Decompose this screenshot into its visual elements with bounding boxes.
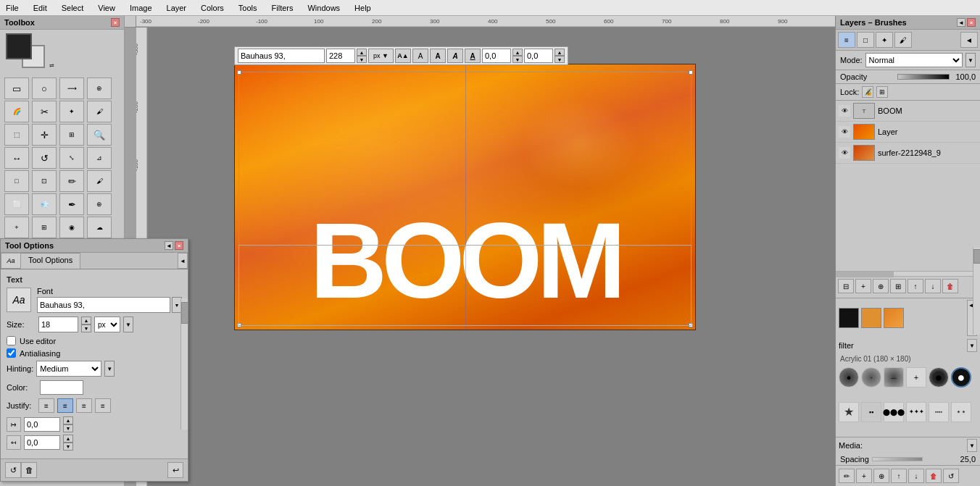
heal-tool[interactable]: + [4, 217, 29, 238]
tool-options-scrollbar[interactable] [180, 298, 188, 430]
menu-windows[interactable]: Windows [304, 2, 343, 14]
brush-color-2[interactable] [861, 308, 881, 328]
indent-value-1[interactable] [24, 417, 60, 432]
lock-position-icon[interactable]: ⊞ [876, 86, 888, 98]
font-name-input[interactable] [238, 49, 325, 63]
tool-options-collapse-btn[interactable]: ◄ [165, 241, 173, 250]
menu-edit[interactable]: Edit [30, 2, 50, 14]
shear-tool[interactable]: ⊿ [87, 147, 112, 169]
new-layer-group-btn[interactable]: ⊟ [838, 279, 854, 293]
indent-up-2[interactable]: ▲ [63, 435, 73, 443]
style-btn-5[interactable]: A [465, 49, 481, 63]
offset-x-up[interactable]: ▲ [512, 49, 523, 56]
transform-tool[interactable]: ⊡ [32, 170, 57, 192]
perspective-clone-tool[interactable]: ⊞ [32, 217, 57, 238]
airbrush-tool[interactable]: 💨 [32, 193, 57, 215]
size-spin-up[interactable]: ▲ [357, 49, 367, 56]
size-up-btn[interactable]: ▲ [81, 317, 91, 324]
brush-1[interactable]: ● [839, 367, 859, 387]
brush-edit-icon[interactable]: ✏ [839, 469, 855, 483]
size-field[interactable] [38, 317, 78, 332]
rect-select-tool[interactable]: ▭ [4, 77, 29, 99]
style-btn-4[interactable]: A [447, 49, 463, 63]
hinting-arrow[interactable]: ▼ [104, 361, 115, 377]
indent-down-1[interactable]: ▼ [63, 424, 73, 432]
menu-select[interactable]: Select [59, 2, 87, 14]
brush-export-icon[interactable]: ↑ [891, 469, 907, 483]
brush-10[interactable]: ✦✦✦ [906, 402, 926, 422]
to-restore-icon[interactable]: ↩ [167, 462, 183, 478]
new-layer-btn[interactable]: + [855, 279, 871, 293]
move-tool[interactable]: ✛ [32, 124, 57, 146]
brush-5[interactable]: ● [929, 367, 949, 387]
indent-value-2[interactable] [24, 435, 60, 450]
brush-new-icon[interactable]: + [856, 469, 872, 483]
ellipse-select-tool[interactable]: ○ [32, 77, 57, 99]
ink-tool[interactable]: ✒ [59, 193, 84, 215]
brush-4[interactable]: + [906, 367, 926, 387]
duplicate-layer-btn[interactable]: ⊕ [873, 279, 889, 293]
offset-y-input[interactable] [524, 49, 553, 63]
layer-item-color[interactable]: 👁 Layer [836, 122, 980, 143]
tab-icon-collapse[interactable]: ◄ [960, 32, 978, 48]
tab-tool-options[interactable]: Tool Options [21, 253, 80, 269]
toolbox-close-btn[interactable]: × [111, 18, 120, 27]
to-reset-icon[interactable]: ↺ [5, 462, 21, 478]
brush-color-3[interactable] [884, 308, 904, 328]
delete-layer-btn[interactable]: 🗑 [942, 279, 958, 293]
brush-3[interactable]: — [884, 367, 904, 387]
color-picker-tool[interactable]: 🌈 [4, 101, 29, 122]
fuzzy-select-tool[interactable]: ⊕ [87, 77, 112, 99]
mode-select[interactable]: Normal [865, 53, 963, 67]
paths-tool[interactable]: ✦ [59, 101, 84, 122]
align-tool[interactable]: ⊞ [59, 124, 84, 146]
menu-help[interactable]: Help [352, 2, 374, 14]
eye-surfer[interactable]: 👁 [839, 147, 850, 159]
use-editor-checkbox[interactable] [7, 336, 16, 345]
brush-11[interactable]: ▪▪▪▪ [929, 402, 949, 422]
lock-pixels-icon[interactable]: 🔏 [862, 86, 873, 98]
font-name-field[interactable] [37, 297, 170, 313]
brush-scrollbar[interactable] [973, 248, 980, 335]
smudge-tool[interactable]: ☁ [87, 217, 112, 238]
size-unit-select[interactable]: px pt [94, 317, 120, 332]
size-spin-down[interactable]: ▼ [357, 56, 367, 63]
zoom-tool[interactable]: 🔍 [87, 124, 112, 146]
offset-y-up[interactable]: ▲ [555, 49, 565, 56]
brush-2[interactable]: · [861, 367, 881, 387]
size-unit-button[interactable]: px ▼ [368, 49, 394, 63]
offset-x-down[interactable]: ▼ [512, 56, 523, 63]
menu-image[interactable]: Image [127, 2, 155, 14]
pencil-tool[interactable]: ✏ [59, 170, 84, 192]
tab-icon-tool[interactable]: Aa [1, 253, 21, 269]
menu-filters[interactable]: Filters [269, 2, 296, 14]
tab-arrow[interactable]: ◄ [178, 253, 188, 269]
spacing-slider[interactable] [872, 457, 923, 461]
eye-boom[interactable]: 👁 [839, 105, 850, 117]
rotate-tool[interactable]: ↺ [32, 147, 57, 169]
menu-view[interactable]: View [95, 2, 118, 14]
mode-arrow[interactable]: ▼ [966, 53, 976, 67]
layers-scrollbar[interactable] [836, 271, 980, 277]
justify-center-btn[interactable]: ≡ [57, 398, 73, 413]
scale-tool[interactable]: ⤡ [59, 147, 84, 169]
layers-close-btn[interactable]: × [967, 18, 976, 27]
tab-icon-channels[interactable]: □ [857, 32, 874, 48]
justify-left-btn[interactable]: ≡ [38, 398, 54, 413]
tool-options-close-btn[interactable]: × [175, 241, 183, 250]
canvas-image[interactable]: BOOM [234, 64, 696, 330]
color-swatch[interactable] [40, 380, 83, 395]
style-btn-3[interactable]: A [430, 49, 446, 63]
brush-refresh-icon[interactable]: ↺ [943, 469, 959, 483]
to-delete-icon[interactable]: 🗑 [21, 462, 37, 478]
filter-arrow[interactable]: ▼ [967, 339, 977, 352]
offset-y-down[interactable]: ▼ [555, 56, 565, 63]
tab-icon-brushes[interactable]: 🖌 [894, 32, 912, 48]
menu-file[interactable]: File [3, 2, 22, 14]
free-select-tool[interactable]: ⟿ [59, 77, 84, 99]
style-btn-1[interactable]: A▲ [395, 49, 411, 63]
clone-tool[interactable]: ⊕ [87, 193, 112, 215]
brush-7[interactable]: ★ [839, 402, 859, 422]
menu-tools[interactable]: Tools [236, 2, 260, 14]
hinting-select[interactable]: Medium None Slight Full [36, 361, 101, 377]
